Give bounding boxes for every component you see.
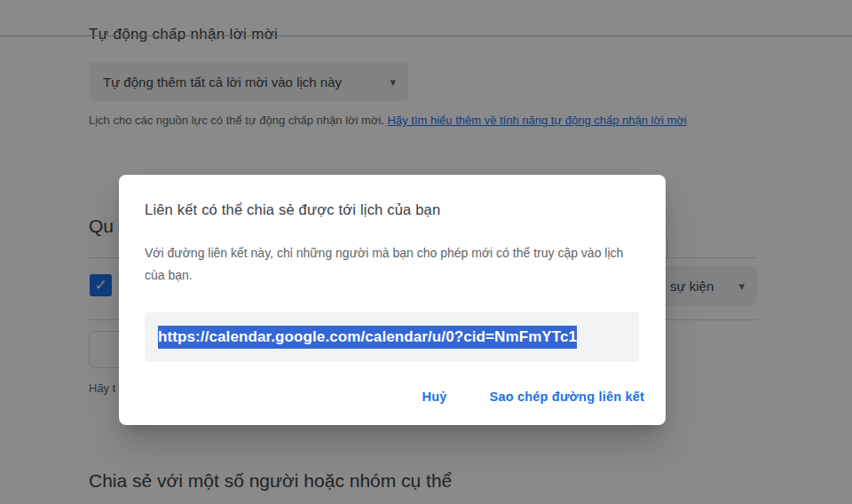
share-link-field[interactable]: https://calendar.google.com/calendar/u/0… bbox=[145, 312, 639, 362]
shareable-link-dialog: Liên kết có thể chia sẻ được tới lịch củ… bbox=[119, 175, 666, 425]
share-link-selected-text: https://calendar.google.com/calendar/u/0… bbox=[158, 326, 577, 349]
dialog-actions: Huỷ Sao chép đường liên kết bbox=[419, 384, 648, 409]
cancel-button[interactable]: Huỷ bbox=[419, 384, 451, 409]
dialog-title: Liên kết có thể chia sẻ được tới lịch củ… bbox=[145, 201, 640, 218]
copy-link-button[interactable]: Sao chép đường liên kết bbox=[486, 384, 648, 409]
dialog-description: Với đường liên kết này, chỉ những người … bbox=[145, 242, 642, 287]
